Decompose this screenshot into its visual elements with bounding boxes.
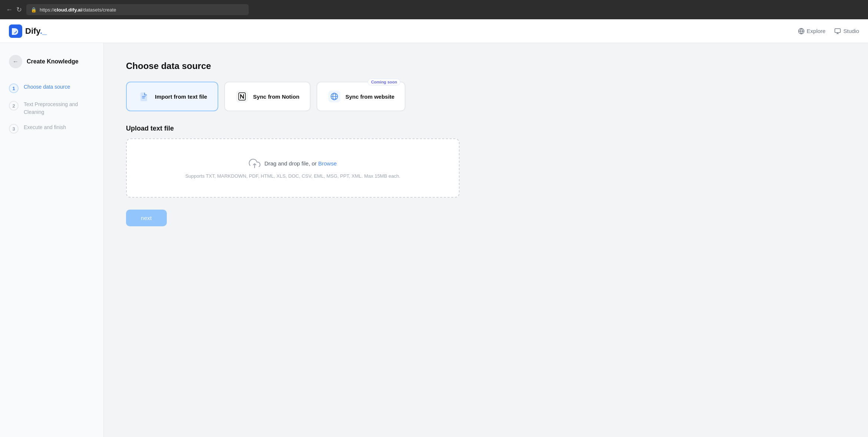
text-file-icon [137, 90, 150, 103]
back-circle: ← [9, 55, 22, 68]
logo-text: Dify._ [25, 26, 47, 36]
upload-hint: Supports TXT, MARKDOWN, PDF, HTML, XLS, … [185, 173, 400, 179]
explore-nav-item[interactable]: Explore [798, 28, 826, 34]
source-card-website[interactable]: Coming soon Sync from website [317, 82, 406, 111]
step-label-2: Text Preprocessing and Cleaning [24, 101, 95, 116]
step-label-1: Choose data source [24, 83, 70, 91]
dify-logo-icon [9, 24, 22, 38]
svg-rect-2 [835, 29, 841, 33]
nav-right: Explore Studio [798, 28, 859, 34]
coming-soon-badge: Coming soon [368, 79, 400, 85]
logo-area: Dify._ [9, 24, 47, 38]
upload-icon-wrap: Drag and drop file, or Browse [249, 158, 337, 170]
next-button[interactable]: next [126, 210, 167, 226]
notion-label: Sync from Notion [253, 93, 299, 100]
website-icon [328, 90, 341, 103]
browser-chrome: ← ↻ 🔒 https://cloud.dify.ai/datasets/cre… [0, 0, 868, 19]
step-label-3: Execute and finish [24, 124, 66, 131]
lock-icon: 🔒 [31, 7, 37, 13]
back-arrow-icon: ← [13, 58, 19, 65]
studio-nav-item[interactable]: Studio [834, 28, 859, 34]
browser-controls: ← ↻ [6, 6, 22, 13]
main-content: Choose data source Import from te [104, 43, 868, 437]
source-card-text-file[interactable]: Import from text file [126, 82, 218, 111]
step-number-1: 1 [9, 83, 19, 93]
content-area: ← Create Knowledge 1 Choose data source … [0, 43, 868, 437]
steps-list: 1 Choose data source 2 Text Preprocessin… [9, 80, 95, 137]
sidebar-back-button[interactable]: ← Create Knowledge [9, 55, 95, 68]
back-button[interactable]: ← [6, 6, 13, 13]
upload-area[interactable]: Drag and drop file, or Browse Supports T… [126, 138, 460, 198]
step-item-1: 1 Choose data source [9, 80, 95, 96]
source-cards: Import from text file Sync from Notion [126, 82, 846, 111]
url-text: https://cloud.dify.ai/datasets/create [40, 7, 116, 13]
step-number-3: 3 [9, 124, 19, 134]
page-title: Choose data source [126, 61, 846, 71]
text-file-label: Import from text file [155, 93, 207, 100]
step-item-3: 3 Execute and finish [9, 121, 95, 137]
upload-text: Drag and drop file, or Browse [264, 160, 337, 167]
website-label: Sync from website [345, 93, 395, 100]
sidebar-title: Create Knowledge [27, 58, 79, 65]
studio-icon [834, 28, 841, 34]
top-nav: Dify._ Explore Studio [0, 19, 868, 43]
step-number-2: 2 [9, 101, 19, 111]
sidebar: ← Create Knowledge 1 Choose data source … [0, 43, 104, 437]
upload-cloud-icon [249, 158, 261, 170]
address-bar[interactable]: 🔒 https://cloud.dify.ai/datasets/create [26, 4, 249, 15]
explore-icon [798, 28, 805, 34]
source-card-notion[interactable]: Sync from Notion [224, 82, 311, 111]
browse-link[interactable]: Browse [318, 160, 337, 167]
refresh-button[interactable]: ↻ [16, 6, 22, 13]
step-item-2: 2 Text Preprocessing and Cleaning [9, 98, 95, 119]
notion-icon [235, 90, 249, 103]
app-container: Dify._ Explore Studio ← [0, 19, 868, 437]
upload-section-title: Upload text file [126, 125, 846, 132]
